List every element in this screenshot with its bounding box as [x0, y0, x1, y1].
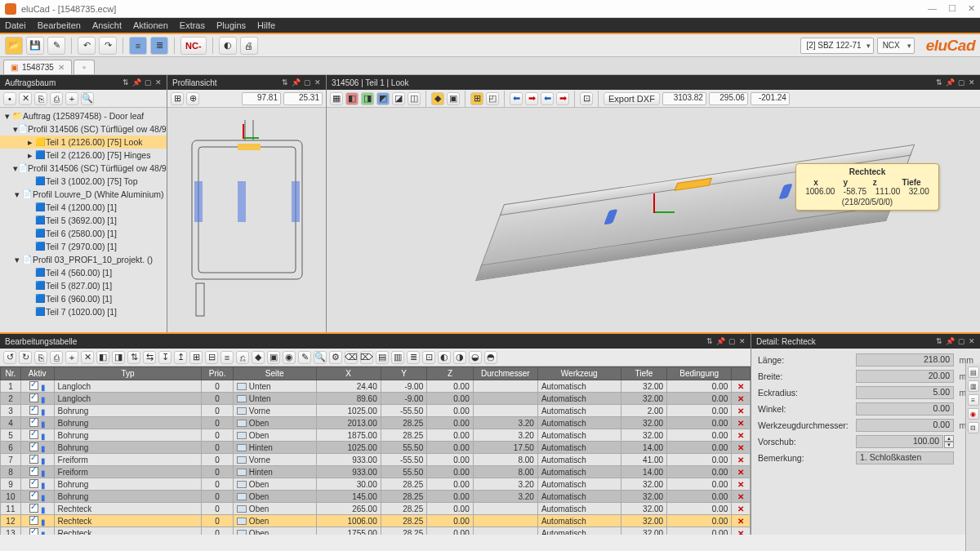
tree-tool[interactable]: ⎙ — [50, 92, 63, 105]
tree-node[interactable]: ▸🟨Teil 1 (2126.00) [75] Look — [0, 136, 167, 149]
detail-input[interactable]: 218.00 — [856, 353, 954, 367]
row-delete-icon[interactable]: ✕ — [737, 431, 744, 440]
table-tool[interactable]: ▥ — [391, 351, 404, 364]
tree-node[interactable]: 🟦Teil 4 (560.00) [1] — [0, 266, 167, 279]
edge-tool[interactable]: ⊟ — [968, 422, 979, 433]
menu-bearbeiten[interactable]: Bearbeiten — [38, 20, 81, 30]
spin-up[interactable]: ▲ — [944, 435, 954, 442]
table-tool[interactable]: ⇅ — [127, 351, 140, 364]
row-checkbox[interactable] — [29, 393, 38, 402]
close-button[interactable]: ✕ — [968, 3, 975, 14]
table-tool[interactable]: ◉ — [283, 351, 296, 364]
profile-tool[interactable]: ⊕ — [186, 92, 199, 105]
table-tool[interactable]: ⎙ — [50, 351, 63, 364]
table-tool[interactable]: ⇆ — [143, 351, 156, 364]
table-tool[interactable]: ⚙ — [329, 351, 342, 364]
format-combo[interactable]: NCX — [877, 38, 915, 54]
table-row[interactable]: 5 ▮Bohrung0Oben1875.0028.250.003.20Autom… — [1, 429, 751, 442]
3d-view-canvas[interactable]: Rechteck xyzTiefe 1006.00-58.75111.0032.… — [327, 108, 980, 332]
row-checkbox[interactable] — [29, 418, 38, 427]
maximize-button[interactable]: ☐ — [948, 3, 956, 14]
panel-close-icon[interactable]: ✕ — [155, 78, 162, 87]
row-delete-icon[interactable]: ✕ — [737, 419, 744, 428]
table-tool[interactable]: ≡ — [220, 351, 234, 364]
table-tool[interactable]: ◒ — [469, 351, 482, 364]
tree-node[interactable]: ▾📄Profil 314506 (SC) Türflügel ow 48/98 — [0, 122, 167, 136]
menu-plugins[interactable]: Plugins — [216, 20, 246, 30]
detail-input[interactable]: 5.00 — [856, 386, 954, 399]
row-delete-icon[interactable]: ✕ — [737, 468, 744, 477]
tree-node[interactable]: 🟦Teil 6 (960.00) [1] — [0, 292, 167, 305]
view-tool[interactable]: ▦ — [330, 92, 343, 105]
table-row[interactable]: 13 ▮Rechteck0Oben1755.0028.250.00Automat… — [1, 527, 751, 535]
row-checkbox[interactable] — [29, 528, 38, 535]
row-delete-icon[interactable]: ✕ — [737, 407, 744, 415]
row-checkbox[interactable] — [29, 516, 38, 525]
table-tool[interactable]: ↻ — [19, 351, 32, 364]
table-row[interactable]: 9 ▮Bohrung0Oben30.0028.250.003.20Automat… — [1, 478, 751, 491]
tree-node[interactable]: 🟦Teil 4 (1200.00) [1] — [0, 201, 167, 214]
document-tab[interactable]: ▣ 1548735 ✕ — [3, 60, 72, 74]
tree-node[interactable]: 🟦Teil 7 (1020.00) [1] — [0, 305, 167, 318]
view-tool[interactable]: ◫ — [408, 92, 421, 105]
panel-max-icon[interactable]: ▢ — [145, 78, 152, 87]
row-delete-icon[interactable]: ✕ — [737, 443, 744, 452]
table-tool[interactable]: ⌫ — [345, 351, 358, 364]
table-tool[interactable]: ⎌ — [236, 351, 249, 364]
table-tool[interactable]: ✎ — [298, 351, 311, 364]
menu-hilfe[interactable]: Hilfe — [257, 20, 275, 30]
row-checkbox[interactable] — [29, 504, 38, 513]
arrow-right2-icon[interactable]: ➡ — [556, 92, 569, 105]
edge-tool[interactable]: ≡ — [968, 394, 979, 406]
new-tab-button[interactable]: ▫ — [74, 60, 95, 74]
nc-button[interactable]: NC- — [180, 37, 207, 55]
arrow-left2-icon[interactable]: ⬅ — [541, 92, 554, 105]
row-delete-icon[interactable]: ✕ — [737, 480, 744, 489]
table-tool[interactable]: ⊞ — [189, 351, 203, 364]
edge-tool[interactable]: ◉ — [968, 408, 979, 420]
table-row[interactable]: 11 ▮Rechteck0Oben265.0028.250.00Automati… — [1, 503, 751, 515]
view-tool[interactable]: ◆ — [431, 92, 444, 105]
barcode-button[interactable]: ≡ — [129, 37, 147, 55]
row-checkbox[interactable] — [29, 442, 38, 451]
table-row[interactable]: 6 ▮Bohrung0Hinten1025.0055.500.0017.50Au… — [1, 442, 751, 454]
row-delete-icon[interactable]: ✕ — [737, 394, 744, 403]
tree-node[interactable]: ▾📄Profil 03_PROF1_10_projekt. () — [0, 253, 167, 266]
tree-tool[interactable]: ✕ — [19, 92, 32, 105]
row-delete-icon[interactable]: ✕ — [737, 382, 744, 391]
undo-button[interactable]: ↶ — [78, 37, 96, 55]
tree-tool[interactable]: • — [3, 92, 16, 105]
row-checkbox[interactable] — [29, 467, 38, 476]
tree-node[interactable]: 🟦Teil 5 (827.00) [1] — [0, 279, 167, 292]
table-tool[interactable]: ⌦ — [360, 351, 373, 364]
tree-node[interactable]: ▸🟦Teil 2 (2126.00) [75] Hinges — [0, 149, 167, 162]
row-delete-icon[interactable]: ✕ — [737, 529, 744, 535]
view-tool[interactable]: ◨ — [361, 92, 374, 105]
menu-aktionen[interactable]: Aktionen — [133, 20, 168, 30]
menu-extras[interactable]: Extras — [180, 20, 205, 30]
table-tool[interactable]: ↺ — [3, 351, 16, 364]
table-tool[interactable]: ↧ — [158, 351, 172, 364]
table-tool[interactable]: ▤ — [376, 351, 389, 364]
edge-tool[interactable]: ▥ — [968, 380, 979, 392]
table-tool[interactable]: ≣ — [407, 351, 420, 364]
row-checkbox[interactable] — [29, 455, 38, 464]
view-tool[interactable]: ⊞ — [470, 92, 483, 105]
menu-ansicht[interactable]: Ansicht — [92, 20, 122, 30]
view-tool[interactable]: ◩ — [376, 92, 390, 105]
detail-input[interactable]: 0.00 — [856, 419, 954, 432]
panel-opts-icon[interactable]: ⇅ — [122, 78, 129, 87]
arrow-left-icon[interactable]: ⬅ — [510, 92, 523, 105]
table-tool[interactable]: ◑ — [453, 351, 466, 364]
circle-button[interactable]: ◐ — [219, 37, 237, 55]
view-tool[interactable]: ⊡ — [580, 92, 593, 105]
machine-combo[interactable]: [2] SBZ 122-71 — [800, 38, 873, 54]
tree-node[interactable]: 🟦Teil 5 (3692.00) [1] — [0, 214, 167, 227]
table-row[interactable]: 4 ▮Bohrung0Oben2013.0028.250.003.20Autom… — [1, 417, 751, 429]
table-tool[interactable]: ⊟ — [205, 351, 218, 364]
print-button[interactable]: 🖨 — [240, 37, 258, 55]
table-row[interactable]: 8 ▮Freiform0Hinten933.0055.500.008.00Aut… — [1, 466, 751, 478]
table-tool[interactable]: 🔍 — [314, 351, 327, 364]
tree-tool[interactable]: 🔍 — [81, 92, 94, 105]
detail-input[interactable]: 1. Schloßkasten — [856, 451, 954, 464]
